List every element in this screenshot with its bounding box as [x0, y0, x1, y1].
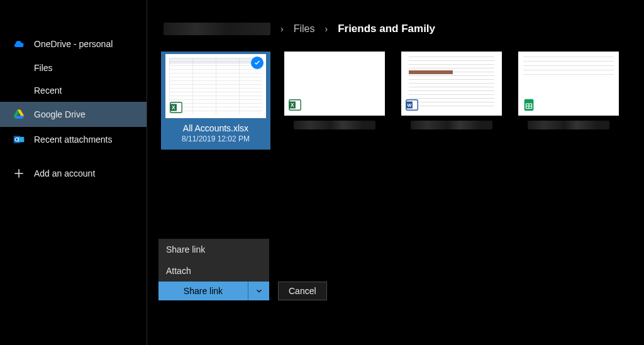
breadcrumb-files[interactable]: Files: [294, 23, 315, 35]
excel-icon: X: [169, 101, 183, 114]
button-row: Share link Cancel: [158, 282, 327, 300]
sidebar-item-label: Recent: [34, 85, 62, 96]
button-label: Cancel: [289, 286, 316, 296]
sidebar-item-label: Add an account: [34, 168, 95, 178]
menu-item-label: Attach: [166, 266, 191, 276]
main-panel: › Files › Friends and Family X All Acco: [147, 0, 644, 345]
svg-text:X: X: [172, 105, 175, 111]
breadcrumb-current: Friends and Family: [338, 23, 435, 35]
share-link-button[interactable]: Share link: [158, 282, 269, 300]
file-name-redacted: [528, 121, 609, 129]
file-tile[interactable]: W: [399, 52, 504, 150]
breadcrumb-root-redacted[interactable]: [164, 23, 270, 35]
file-grid: X All Accounts.xlsx 8/11/2019 12:02 PM X: [158, 45, 633, 150]
gdrive-icon: [13, 108, 25, 121]
chevron-right-icon: ›: [280, 24, 284, 34]
sidebar-item-files[interactable]: Files: [0, 57, 147, 79]
file-name: All Accounts.xlsx: [164, 123, 268, 133]
svg-text:X: X: [291, 102, 294, 108]
outlook-icon: [13, 133, 25, 146]
sidebar-item-recent[interactable]: Recent: [0, 79, 147, 102]
file-name-redacted: [294, 121, 375, 129]
menu-item-attach[interactable]: Attach: [158, 260, 269, 282]
sidebar-item-google-drive[interactable]: Google Drive: [0, 102, 147, 127]
file-thumbnail: [518, 52, 619, 116]
menu-item-share-link[interactable]: Share link: [158, 239, 269, 260]
file-tile-all-accounts[interactable]: X All Accounts.xlsx 8/11/2019 12:02 PM: [161, 52, 270, 150]
chevron-down-icon[interactable]: [248, 282, 269, 300]
file-date: 8/11/2019 12:02 PM: [182, 134, 250, 143]
cloud-icon: [13, 38, 25, 50]
plus-icon: [13, 167, 25, 180]
file-tile[interactable]: [516, 52, 621, 150]
sidebar-item-add-account[interactable]: Add an account: [0, 161, 147, 186]
file-tile[interactable]: X: [282, 52, 387, 150]
share-dropdown-menu: Share link Attach: [158, 239, 269, 282]
button-label: Share link: [158, 282, 248, 300]
sidebar-item-label: Google Drive: [34, 109, 86, 119]
sheets-icon: [522, 98, 536, 112]
chevron-right-icon: ›: [325, 24, 328, 34]
selected-check-icon: [251, 57, 264, 69]
sidebar-item-onedrive[interactable]: OneDrive - personal: [0, 31, 147, 57]
cancel-button[interactable]: Cancel: [278, 282, 327, 300]
svg-text:W: W: [407, 102, 411, 108]
app-root: OneDrive - personal Files Recent Google …: [0, 0, 644, 345]
file-thumbnail: X: [284, 52, 385, 116]
file-name-redacted: [411, 121, 492, 129]
sidebar-item-label: Files: [34, 63, 53, 73]
breadcrumb: › Files › Friends and Family: [158, 0, 633, 45]
sidebar-item-label: OneDrive - personal: [34, 39, 113, 49]
svg-marker-2: [15, 116, 24, 119]
file-thumbnail: X: [165, 54, 266, 118]
menu-item-label: Share link: [166, 244, 205, 255]
excel-icon: X: [288, 98, 302, 112]
action-area: Share link Attach Share link Cancel: [158, 239, 327, 300]
file-thumbnail: W: [401, 52, 502, 116]
word-icon: W: [405, 98, 419, 112]
sidebar-item-recent-attachments[interactable]: Recent attachments: [0, 127, 147, 152]
sidebar: OneDrive - personal Files Recent Google …: [0, 0, 147, 345]
sidebar-item-label: Recent attachments: [34, 134, 113, 145]
